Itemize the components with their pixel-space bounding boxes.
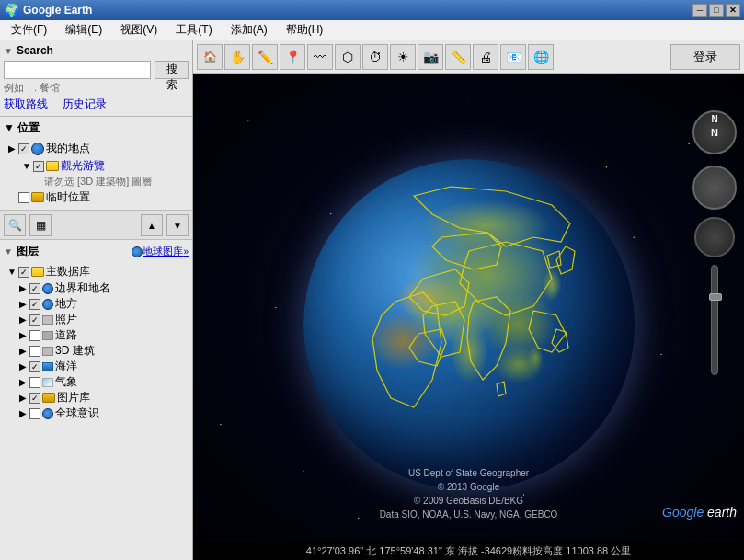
my-places-checkbox[interactable] bbox=[18, 143, 29, 154]
title-controls: ─ □ ✕ bbox=[692, 4, 740, 17]
status-bar: 41°27'03.96" 北 175°59'48.31" 东 海拔 -34629… bbox=[193, 542, 744, 560]
temp-places-checkbox[interactable] bbox=[18, 192, 29, 203]
photos-expand[interactable]: ▶ bbox=[18, 315, 28, 325]
close-button[interactable]: ✕ bbox=[726, 4, 740, 17]
global-label: 全球意识 bbox=[55, 406, 99, 421]
my-places-expand[interactable]: ▶ bbox=[7, 144, 17, 154]
buildings-icon bbox=[42, 347, 53, 356]
app-icon: 🌍 bbox=[4, 3, 19, 17]
main-db-checkbox[interactable] bbox=[18, 267, 29, 278]
ocean-checkbox[interactable] bbox=[29, 361, 40, 372]
tilt-ring[interactable] bbox=[692, 166, 737, 210]
compass[interactable]: N bbox=[692, 110, 737, 154]
weather-expand[interactable]: ▶ bbox=[18, 378, 28, 387]
search-section-label: Search bbox=[17, 44, 53, 57]
layers-header: ▼ 图层 地球图库 » bbox=[4, 244, 189, 259]
toolbar-print-btn[interactable]: 🖨 bbox=[473, 44, 498, 70]
zoom-slider[interactable] bbox=[711, 265, 718, 375]
temp-places-item: ▶ 临时位置 bbox=[4, 189, 189, 206]
globe[interactable] bbox=[303, 159, 635, 490]
buildings-checkbox[interactable] bbox=[29, 346, 40, 357]
globe-container[interactable] bbox=[303, 159, 635, 490]
toolbar-hand-btn[interactable]: ✋ bbox=[224, 44, 250, 70]
buildings-expand[interactable]: ▶ bbox=[18, 347, 28, 356]
locations-section: ▼ 位置 ▶ 我的地点 ▼ 觀光游覽 bbox=[0, 117, 192, 211]
right-toolbar: 🏠 ✋ ✏️ 📍 〰 ⬡ ⏱ ☀ 📷 📏 🖨 📧 🌐 登录 bbox=[193, 40, 744, 74]
toolbar-measure-btn[interactable]: 📏 bbox=[445, 44, 471, 70]
toolbar-sun-btn[interactable]: ☀ bbox=[390, 44, 416, 70]
photos-icon bbox=[42, 315, 53, 325]
login-button[interactable]: 登录 bbox=[670, 44, 740, 70]
toolbar-path-btn[interactable]: 〰 bbox=[307, 44, 333, 70]
globe-library-label: 地球图库 bbox=[143, 245, 183, 258]
search-view-button[interactable]: 🔍 bbox=[4, 214, 26, 236]
places-checkbox[interactable] bbox=[29, 299, 40, 310]
toolbar-globe-btn[interactable]: 🌐 bbox=[528, 44, 554, 70]
roads-expand[interactable]: ▶ bbox=[18, 331, 28, 340]
global-expand[interactable]: ▶ bbox=[18, 409, 28, 418]
gallery-item: ▶ 图片库 bbox=[4, 390, 189, 406]
zoom-control bbox=[694, 217, 735, 257]
toolbar-pencil-btn[interactable]: ✏️ bbox=[252, 44, 278, 70]
toolbar-polygon-btn[interactable]: ⬡ bbox=[335, 44, 361, 70]
globe-borders-svg bbox=[303, 159, 635, 490]
sightseeing-label: 觀光游覽 bbox=[61, 158, 105, 174]
places-icon bbox=[42, 299, 53, 310]
borders-expand[interactable]: ▶ bbox=[18, 284, 28, 293]
move-up-button[interactable]: ▲ bbox=[141, 214, 163, 236]
menu-help[interactable]: 帮助(H) bbox=[279, 20, 331, 40]
layers-label: 图层 bbox=[17, 244, 39, 259]
ocean-item: ▶ 海洋 bbox=[4, 359, 189, 374]
menu-edit[interactable]: 编辑(E) bbox=[58, 20, 109, 40]
restore-button[interactable]: □ bbox=[709, 4, 724, 17]
zoom-handle[interactable] bbox=[709, 293, 722, 301]
my-places-icon bbox=[31, 143, 44, 155]
get-directions-link[interactable]: 获取路线 bbox=[4, 97, 48, 112]
roads-label: 道路 bbox=[55, 327, 77, 343]
search-row: 搜索 bbox=[4, 61, 189, 79]
toolbar-tour-btn[interactable]: ⏱ bbox=[362, 44, 388, 70]
borders-checkbox[interactable] bbox=[29, 283, 40, 294]
move-down-button[interactable]: ▼ bbox=[166, 214, 189, 236]
main-db-icon bbox=[31, 267, 44, 277]
photos-checkbox[interactable] bbox=[29, 314, 40, 326]
globe-library-icon bbox=[132, 246, 143, 257]
menu-add[interactable]: 添加(A) bbox=[223, 20, 275, 40]
right-toolbar-left: 🏠 ✋ ✏️ 📍 〰 ⬡ ⏱ ☀ 📷 📏 🖨 📧 🌐 bbox=[197, 44, 554, 70]
toolbar-camera-btn[interactable]: 📷 bbox=[418, 44, 443, 70]
gallery-expand[interactable]: ▶ bbox=[18, 394, 28, 403]
roads-icon bbox=[42, 331, 53, 340]
grid-view-button[interactable]: ▦ bbox=[29, 214, 52, 236]
sightseeing-checkbox[interactable] bbox=[33, 161, 44, 172]
sightseeing-expand[interactable]: ▼ bbox=[22, 162, 31, 171]
layers-triangle: ▼ bbox=[4, 246, 13, 257]
search-button[interactable]: 搜索 bbox=[155, 61, 189, 79]
globe-area[interactable]: N US Dept of State Geographer © 2013 Goo… bbox=[193, 74, 744, 542]
history-link[interactable]: 历史记录 bbox=[63, 97, 107, 112]
weather-checkbox[interactable] bbox=[29, 377, 40, 388]
zoom-ring[interactable] bbox=[694, 217, 735, 257]
minimize-button[interactable]: ─ bbox=[692, 4, 707, 17]
gallery-icon bbox=[42, 393, 55, 403]
borders-label: 边界和地名 bbox=[55, 280, 110, 296]
locations-header: ▼ 位置 bbox=[4, 120, 189, 136]
coordinates-text: 41°27'03.96" 北 175°59'48.31" 东 海拔 -34629… bbox=[306, 544, 631, 558]
roads-checkbox[interactable] bbox=[29, 330, 40, 341]
ocean-expand[interactable]: ▶ bbox=[18, 362, 28, 371]
gallery-checkbox[interactable] bbox=[29, 393, 40, 404]
my-places-label: 我的地点 bbox=[46, 141, 90, 156]
toolbar-nav-btn[interactable]: 🏠 bbox=[197, 44, 223, 70]
search-input[interactable] bbox=[4, 61, 151, 79]
main-db-expand[interactable]: ▼ bbox=[7, 268, 17, 277]
globe-library-link[interactable]: 地球图库 » bbox=[132, 245, 189, 258]
gallery-label: 图片库 bbox=[57, 390, 90, 406]
toolbar-email-btn[interactable]: 📧 bbox=[500, 44, 526, 70]
global-checkbox[interactable] bbox=[29, 408, 40, 419]
toolbar-pin-btn[interactable]: 📍 bbox=[280, 44, 305, 70]
menu-tools[interactable]: 工具(T) bbox=[168, 20, 219, 40]
menu-view[interactable]: 视图(V) bbox=[113, 20, 165, 40]
places-expand[interactable]: ▶ bbox=[18, 300, 28, 309]
my-places-item: ▶ 我的地点 bbox=[4, 140, 189, 157]
sightseeing-folder-icon bbox=[46, 161, 59, 171]
menu-file[interactable]: 文件(F) bbox=[4, 20, 54, 40]
